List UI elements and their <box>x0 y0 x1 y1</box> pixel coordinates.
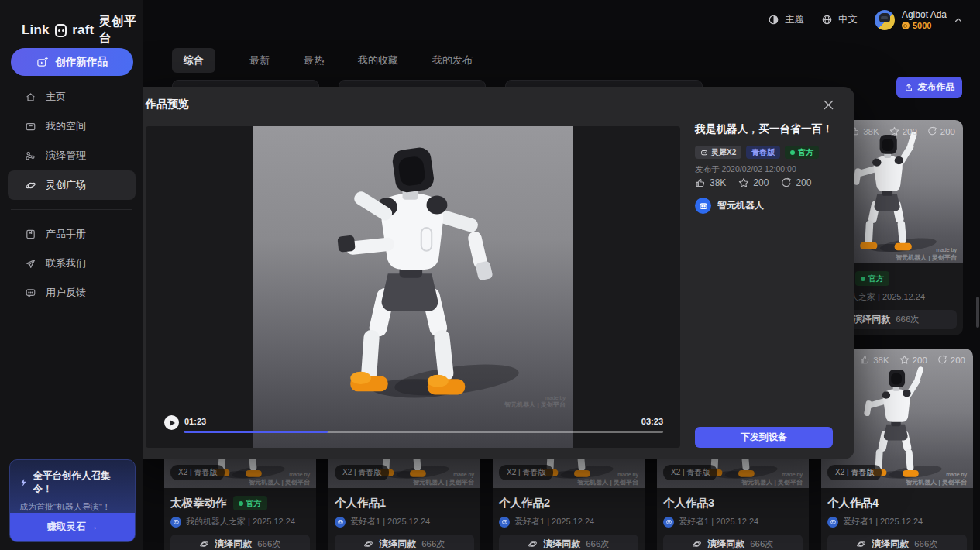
card-author[interactable]: 爱好者1 | 2025.12.24 <box>499 516 638 528</box>
watermark: made by智元机器人 | 灵创平台 <box>577 472 638 486</box>
current-time: 01:23 <box>184 417 206 426</box>
shares-stat[interactable]: 200 <box>927 126 955 136</box>
card-body: 个人作品2 爱好者1 | 2025.12.24 演绎同款 666次 <box>493 488 645 550</box>
green-dot-icon <box>861 277 865 281</box>
sidebar-item-contact-us[interactable]: 联系我们 <box>8 249 136 278</box>
remix-button[interactable]: 演绎同款 666次 <box>827 535 967 550</box>
stars-stat[interactable]: 200 <box>899 355 927 365</box>
author-avatar <box>827 517 838 528</box>
user-coins: 5000 <box>902 21 947 30</box>
thumbs-up-icon <box>695 177 706 188</box>
star-icon <box>899 355 910 365</box>
star-icon <box>889 126 899 136</box>
card-author[interactable]: 爱好者1 | 2025.12.24 <box>827 516 967 528</box>
progress-bar[interactable] <box>184 431 663 433</box>
total-time: 03:23 <box>641 417 663 426</box>
author-avatar <box>695 198 711 214</box>
green-dot-icon <box>239 501 243 506</box>
planet-icon <box>692 539 702 549</box>
work-stats: 38K 200 200 <box>695 177 811 188</box>
model-badge: X2 | 青春版 <box>827 465 882 480</box>
card-author[interactable]: 爱好者1 | 2025.12.24 <box>663 516 803 528</box>
chat-bubble-icon <box>25 287 36 299</box>
card-title: 太极拳动作 <box>170 496 227 510</box>
video-plus-icon <box>36 57 48 68</box>
watermark: made by智元机器人 | 灵创平台 <box>906 472 967 486</box>
promo-subtitle: 成为首批"机器人导演"！ <box>19 501 126 513</box>
card-author[interactable]: 我的机器人之家 | 2025.12.24 <box>170 516 310 528</box>
sidebar-nav: 主页 我的空间 演绎管理 灵创广场 产品手册 联系我们 <box>0 82 143 308</box>
model-badge: X2 | 青春版 <box>499 465 553 480</box>
theme-toggle[interactable]: 主题 <box>768 13 804 26</box>
card-author[interactable]: 爱好者1 | 2025.12.24 <box>335 516 474 528</box>
sort-tabs: 综合 最新 最热 我的收藏 我的发布 <box>172 48 473 73</box>
user-name: Agibot Ada <box>902 9 947 20</box>
official-badge: 官方 <box>233 496 267 510</box>
home-icon <box>25 91 36 103</box>
shares-stat[interactable]: 200 <box>937 355 965 365</box>
tag-row: 灵犀X2 青春版 官方 <box>695 146 819 159</box>
deploy-to-device-button[interactable]: 下发到设备 <box>695 427 833 448</box>
stars-stat[interactable]: 200 <box>889 126 917 136</box>
user-avatar <box>875 10 895 30</box>
progress-fill <box>184 431 328 433</box>
card-body: 个人作品1 爱好者1 | 2025.12.24 演绎同款 666次 <box>328 488 480 550</box>
tab-my-favorites[interactable]: 我的收藏 <box>358 53 398 67</box>
remix-button[interactable]: 演绎同款 666次 <box>663 535 803 550</box>
sidebar-item-home[interactable]: 主页 <box>8 82 136 112</box>
promo-title: 全平台创作人召集令！ <box>19 469 126 496</box>
sidebar-item-performance-management[interactable]: 演绎管理 <box>8 141 136 170</box>
video-frame: made by智元机器人 | 灵创平台 <box>253 126 573 448</box>
official-badge: 官方 <box>855 271 889 286</box>
earn-lingstone-button[interactable]: 赚取灵石 → <box>10 513 135 541</box>
modal-title: 作品预览 <box>146 98 189 112</box>
publish-work-button[interactable]: 发布作品 <box>896 77 962 98</box>
robot-video-image <box>298 140 528 411</box>
remix-button[interactable]: 演绎同款 666次 <box>170 535 310 550</box>
tab-my-publications[interactable]: 我的发布 <box>432 53 473 67</box>
planet-icon <box>25 180 36 191</box>
card-body: 太极拳动作 官方 我的机器人之家 | 2025.12.24 演绎同款 666次 <box>164 488 316 550</box>
tab-newest[interactable]: 最新 <box>249 53 270 67</box>
remix-button[interactable]: 演绎同款 666次 <box>499 535 638 550</box>
sidebar-item-lingchuang-plaza[interactable]: 灵创广场 <box>8 170 136 200</box>
nodes-icon <box>25 150 36 162</box>
tab-comprehensive[interactable]: 综合 <box>172 48 215 73</box>
share-icon <box>927 126 937 136</box>
scrollbar-thumb[interactable] <box>976 297 979 328</box>
card-title: 个人作品4 <box>827 496 879 510</box>
card-body: 个人作品3 爱好者1 | 2025.12.24 演绎同款 666次 <box>657 488 809 550</box>
likes-stat[interactable]: 38K <box>860 355 889 365</box>
lightning-icon <box>19 478 28 487</box>
play-button[interactable] <box>164 415 179 430</box>
share-icon <box>781 177 792 188</box>
official-tag: 官方 <box>785 146 819 159</box>
likes-stat[interactable]: 38K <box>695 177 726 188</box>
book-icon <box>25 229 36 240</box>
edition-tag: 青春版 <box>746 146 780 159</box>
remix-button[interactable]: 演绎同款 666次 <box>335 535 474 550</box>
user-menu[interactable]: Agibot Ada 5000 <box>875 9 963 30</box>
planet-icon <box>199 539 209 549</box>
share-icon <box>937 355 947 365</box>
paper-plane-icon <box>25 258 36 270</box>
publish-date: 发布于 2020/02/02 12:00:00 <box>695 164 796 175</box>
create-new-work-button[interactable]: 创作新作品 <box>11 48 133 76</box>
card-title: 个人作品2 <box>499 496 550 510</box>
sidebar: Linkraft 灵创平台 创作新作品 主页 我的空间 演绎管理 灵创广场 <box>0 0 143 550</box>
sidebar-item-product-manual[interactable]: 产品手册 <box>8 219 136 249</box>
author-avatar <box>663 517 674 528</box>
watermark: made by智元机器人 | 灵创平台 <box>413 472 474 486</box>
sidebar-item-user-feedback[interactable]: 用户反馈 <box>8 278 136 308</box>
thumb-stats: 38K 200 200 <box>860 355 965 365</box>
card-body: 个人作品4 爱好者1 | 2025.12.24 演绎同款 666次 <box>821 488 973 550</box>
sidebar-item-my-space[interactable]: 我的空间 <box>8 112 136 141</box>
shares-stat[interactable]: 200 <box>781 177 811 188</box>
work-author[interactable]: 智元机器人 <box>695 198 764 214</box>
video-player[interactable]: made by智元机器人 | 灵创平台 01:23 03:23 <box>146 126 680 448</box>
tab-hottest[interactable]: 最热 <box>304 53 324 67</box>
author-name: 智元机器人 <box>717 199 764 212</box>
upload-icon <box>904 83 913 92</box>
stars-stat[interactable]: 200 <box>738 177 769 188</box>
language-switcher[interactable]: 中文 <box>821 13 858 26</box>
